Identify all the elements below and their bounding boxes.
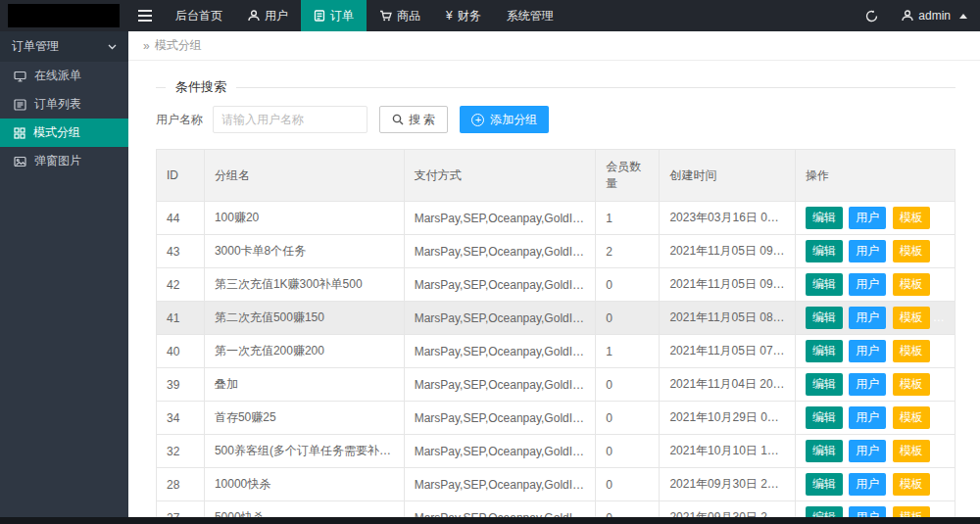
nav-item-orders[interactable]: 订单 (301, 0, 367, 31)
user-button[interactable]: 用户 (849, 273, 886, 296)
admin-menu[interactable]: admin (889, 0, 980, 31)
groups-table: ID 分组名 支付方式 会员数量 创建时间 操作 44 100赚20 MarsP… (156, 149, 956, 524)
header-id: ID (157, 150, 205, 202)
template-button[interactable]: 模板 (893, 340, 930, 362)
template-button[interactable]: 模板 (893, 473, 930, 496)
cell-group-name: 第二次充值500赚150 (204, 302, 404, 335)
cell-created-time: 2021年11月05日 07:48:50 (660, 335, 796, 368)
edit-button[interactable]: 编辑 (806, 273, 843, 296)
cell-pay-method: MarsPay,SEP,Oceanpay,GoldInd,QeInd (404, 435, 596, 468)
cell-member-count: 0 (596, 268, 660, 302)
username-input[interactable] (213, 106, 368, 133)
cell-id: 42 (157, 268, 205, 302)
table-row: 34 首存50赚25 MarsPay,SEP,Oceanpay,GoldInd,… (157, 402, 956, 435)
cell-member-count: 0 (596, 402, 660, 435)
sidebar-item-popup-image[interactable]: 弹窗图片 (0, 147, 128, 175)
template-button[interactable]: 模板 (893, 406, 930, 429)
table-row: 40 第一次充值200赚200 MarsPay,SEP,Oceanpay,Gol… (157, 335, 956, 368)
sidebar-item-mode-group[interactable]: 模式分组 (0, 119, 128, 147)
hamburger-icon (138, 10, 152, 22)
sidebar-item-label: 在线派单 (34, 68, 81, 84)
cell-pay-method: MarsPay,SEP,Oceanpay,GoldInd,QeInd (404, 202, 596, 235)
user-button[interactable]: 用户 (849, 340, 886, 362)
cell-pay-method: MarsPay,SEP,Oceanpay,GoldInd,QeInd (404, 402, 596, 435)
add-group-button[interactable]: + 添加分组 (460, 106, 549, 133)
cell-created-time: 2021年10月29日 07:25:00 (660, 402, 796, 435)
cell-created-time: 2021年11月05日 09:00:59 (660, 268, 796, 302)
nav-item-users[interactable]: 用户 (235, 0, 301, 31)
person-icon (902, 10, 913, 22)
cell-id: 40 (157, 335, 205, 368)
sidebar-item-order-list[interactable]: 订单列表 (0, 90, 128, 119)
yen-icon: ¥ (446, 9, 453, 23)
cell-created-time: 2021年10月10日 19:29:50 (660, 435, 796, 468)
cell-member-count: 0 (596, 468, 660, 501)
bottom-strip (0, 517, 980, 524)
template-button[interactable]: 模板 (893, 307, 930, 329)
header-group-name: 分组名 (204, 150, 404, 202)
nav-item-finance[interactable]: ¥ 财务 (433, 0, 494, 31)
user-button[interactable]: 用户 (849, 240, 886, 262)
edit-button[interactable]: 编辑 (806, 240, 843, 262)
edit-button[interactable]: 编辑 (806, 373, 843, 396)
cell-actions: 编辑 用户 模板 删除 (795, 368, 955, 402)
header-actions: 操作 (795, 150, 955, 202)
template-button[interactable]: 模板 (893, 273, 930, 296)
sidebar: 订单管理 在线派单 订单列表 模式分组 弹窗图片 (0, 31, 128, 517)
page: 后台首页 用户 订单 商品 ¥ 财务 系统管理 (0, 0, 980, 524)
nav-item-label: 订单 (330, 8, 354, 24)
cell-group-name: 叠加 (204, 368, 404, 402)
edit-button[interactable]: 编辑 (806, 207, 843, 229)
template-button[interactable]: 模板 (893, 440, 930, 462)
sidebar-group-order-management[interactable]: 订单管理 (0, 31, 128, 62)
add-group-label: 添加分组 (490, 112, 537, 128)
online-dispatch-icon (14, 71, 26, 82)
user-button[interactable]: 用户 (849, 373, 886, 396)
user-button[interactable]: 用户 (849, 207, 886, 229)
person-icon (248, 10, 260, 22)
chevron-down-icon (108, 44, 117, 50)
search-icon (392, 114, 404, 125)
nav-item-products[interactable]: 商品 (367, 0, 433, 31)
refresh-button[interactable] (855, 0, 889, 31)
table-row: 43 3000卡单8个任务 MarsPay,SEP,Oceanpay,GoldI… (157, 235, 956, 268)
logo (8, 4, 120, 27)
table-row: 44 100赚20 MarsPay,SEP,Oceanpay,GoldInd,Q… (157, 202, 956, 235)
sidebar-group-label: 订单管理 (12, 38, 59, 55)
search-form: 用户名称 搜 索 + 添加分组 (156, 106, 956, 133)
table-body: 44 100赚20 MarsPay,SEP,Oceanpay,GoldInd,Q… (157, 202, 956, 524)
edit-button[interactable]: 编辑 (806, 340, 843, 362)
cell-actions: 编辑 用户 模板 删除 (795, 468, 955, 501)
user-button[interactable]: 用户 (849, 406, 886, 429)
cell-group-name: 第三次充值1K赚300补单500 (204, 268, 404, 302)
table-row: 32 500养客组(多个订单任务需要补200) MarsPay,SEP,Ocea… (157, 435, 956, 468)
sidebar-toggle-button[interactable] (127, 0, 163, 31)
edit-button[interactable]: 编辑 (806, 473, 843, 496)
sidebar-item-online-dispatch[interactable]: 在线派单 (0, 62, 128, 90)
user-button[interactable]: 用户 (849, 440, 886, 462)
template-button[interactable]: 模板 (893, 373, 930, 396)
search-button[interactable]: 搜 索 (379, 106, 448, 133)
cell-group-name: 500养客组(多个订单任务需要补200) (204, 435, 404, 468)
nav-item-home[interactable]: 后台首页 (163, 0, 235, 31)
cell-group-name: 首存50赚25 (204, 402, 404, 435)
nav-item-system[interactable]: 系统管理 (494, 0, 566, 31)
cell-group-name: 100赚20 (204, 202, 404, 235)
cell-actions: 编辑 用户 模板 删除 (795, 402, 955, 435)
table-row: 41 第二次充值500赚150 MarsPay,SEP,Oceanpay,Gol… (157, 302, 956, 335)
user-button[interactable]: 用户 (849, 307, 886, 329)
chevron-up-icon (959, 14, 967, 19)
popup-image-icon (14, 156, 26, 167)
edit-button[interactable]: 编辑 (806, 440, 843, 462)
edit-button[interactable]: 编辑 (806, 406, 843, 429)
edit-button[interactable]: 编辑 (806, 307, 843, 329)
sidebar-item-label: 订单列表 (34, 96, 81, 113)
order-icon (314, 10, 325, 22)
cell-id: 43 (157, 235, 205, 268)
cell-id: 34 (157, 402, 205, 435)
template-button[interactable]: 模板 (893, 207, 930, 229)
cell-pay-method: MarsPay,SEP,Oceanpay,GoldInd,QeInd (404, 235, 596, 268)
cell-pay-method: MarsPay,SEP,Oceanpay,GoldInd,QeInd (404, 302, 596, 335)
template-button[interactable]: 模板 (893, 240, 930, 262)
user-button[interactable]: 用户 (849, 473, 886, 496)
